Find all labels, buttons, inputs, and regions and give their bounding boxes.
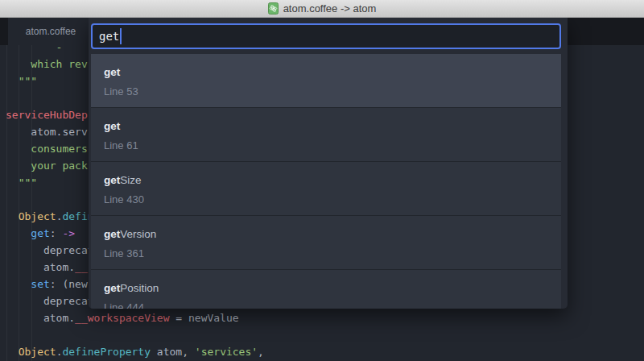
- text-cursor: [120, 28, 122, 44]
- code-line: serviceHubDep: [6, 106, 88, 123]
- query-text: get: [99, 30, 119, 43]
- window-title: atom.coffee -> atom: [283, 2, 377, 15]
- titlebar[interactable]: atom.coffee -> atom: [0, 0, 644, 18]
- result-item[interactable]: getLine 61: [91, 108, 561, 162]
- code-line: """: [6, 73, 37, 89]
- result-item[interactable]: getPositionLine 444: [91, 270, 561, 309]
- results-list: getLine 53getLine 61getSizeLine 430getVe…: [91, 54, 561, 309]
- code-line: consumers: [6, 140, 88, 157]
- result-item[interactable]: getSizeLine 430: [91, 162, 561, 216]
- code-line: get: ->: [6, 225, 75, 242]
- result-item[interactable]: getLine 53: [91, 54, 561, 108]
- result-line-number: Line 444: [104, 301, 548, 309]
- atom-file-icon: [268, 2, 279, 15]
- code-line: atom.__: [6, 259, 88, 276]
- result-symbol-name: getVersion: [104, 227, 548, 241]
- app-window: atom.coffee -> atom - which rev """servi…: [0, 0, 644, 361]
- code-line: Object.defineProperty atom, 'services',: [6, 343, 264, 360]
- code-line: your pack: [6, 157, 88, 174]
- result-symbol-name: get: [104, 65, 548, 79]
- code-line: Object.defin: [6, 208, 94, 225]
- result-line-number: Line 430: [104, 193, 548, 206]
- code-line: atom.serv: [6, 123, 88, 140]
- result-line-number: Line 61: [104, 139, 548, 152]
- result-line-number: Line 53: [104, 85, 548, 98]
- result-line-number: Line 361: [104, 247, 548, 260]
- code-line: deprecat: [6, 242, 94, 259]
- code-line: """: [6, 174, 37, 191]
- result-symbol-name: getSize: [104, 173, 548, 187]
- fuzzy-finder-panel: get getLine 53getLine 61getSizeLine 430g…: [89, 18, 568, 309]
- code-line: deprecat: [6, 293, 94, 309]
- result-symbol-name: getPosition: [104, 281, 548, 295]
- code-line: set: (new: [6, 276, 88, 293]
- tab-label: atom.coffee: [26, 26, 76, 37]
- fuzzy-finder-input[interactable]: get: [91, 23, 561, 49]
- code-line: which rev: [6, 56, 88, 73]
- code-line: atom.__workspaceView = newValue: [6, 309, 239, 326]
- result-item[interactable]: getVersionLine 361: [91, 216, 561, 270]
- tab-atom-coffee[interactable]: atom.coffee: [8, 18, 93, 45]
- result-symbol-name: get: [104, 119, 548, 133]
